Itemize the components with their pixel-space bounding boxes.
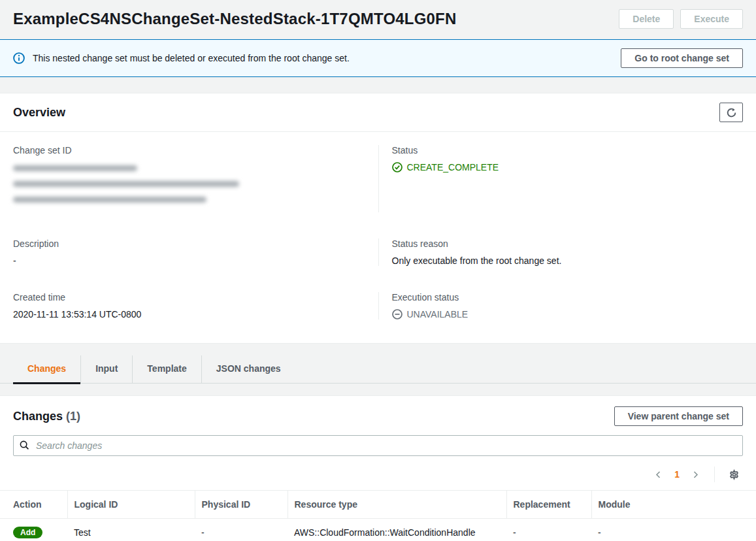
chevron-left-icon (654, 470, 663, 479)
field-status-reason: Status reason Only executable from the r… (378, 238, 744, 266)
page-title: ExampleCS4NSChangeSet-NestedStack-1T7QMT… (13, 10, 456, 28)
tab-json-changes[interactable]: JSON changes (201, 355, 295, 383)
search-changes-input[interactable] (13, 435, 743, 456)
description-value: - (13, 255, 378, 266)
table-header-row: Action Logical ID Physical ID Resource t… (0, 491, 756, 519)
page-header: ExampleCS4NSChangeSet-NestedStack-1T7QMT… (0, 0, 756, 39)
cell-replacement: - (506, 519, 591, 541)
description-label: Description (13, 238, 378, 249)
created-time-label: Created time (13, 292, 378, 303)
change-set-id-label: Change set ID (13, 145, 378, 156)
next-page-button[interactable] (687, 468, 704, 482)
check-circle-icon (392, 162, 403, 172)
current-page[interactable]: 1 (669, 469, 685, 480)
pagination-divider (714, 467, 715, 482)
changes-count: (1) (66, 410, 80, 423)
field-change-set-id: Change set ID (13, 145, 378, 212)
pagination: 1 (0, 463, 756, 490)
execution-status-label: Execution status (392, 292, 744, 303)
refresh-icon (726, 107, 737, 118)
gear-icon (728, 468, 740, 481)
go-to-root-change-set-button[interactable]: Go to root change set (621, 48, 743, 68)
tab-bar: Changes Input Template JSON changes (0, 355, 756, 384)
chevron-right-icon (691, 470, 700, 479)
status-reason-value: Only executable from the root change set… (392, 255, 744, 266)
search-icon (20, 440, 29, 452)
minus-circle-icon (392, 309, 403, 320)
table-settings-button[interactable] (725, 467, 743, 482)
cell-physical-id: - (195, 519, 288, 541)
tab-input[interactable]: Input (80, 355, 132, 383)
changes-table: Action Logical ID Physical ID Resource t… (0, 490, 756, 541)
status-value: CREATE_COMPLETE (407, 162, 499, 172)
tab-template[interactable]: Template (132, 355, 201, 383)
column-header-action: Action (0, 491, 67, 519)
execute-button[interactable]: Execute (680, 9, 743, 29)
field-status: Status CREATE_COMPLETE (378, 145, 744, 212)
cell-resource-type: AWS::CloudFormation::WaitConditionHandle (288, 519, 506, 541)
field-description: Description - (13, 238, 378, 266)
field-execution-status: Execution status UNAVAILABLE (378, 292, 744, 320)
overview-title: Overview (13, 106, 65, 120)
header-actions: Delete Execute (619, 9, 743, 29)
column-header-module: Module (591, 491, 756, 519)
status-reason-label: Status reason (392, 238, 744, 249)
column-header-replacement: Replacement (506, 491, 591, 519)
changes-panel: Changes (1) View parent change set 1 (0, 395, 756, 541)
previous-page-button[interactable] (650, 468, 666, 482)
overview-panel: Overview Change set ID Status (0, 93, 756, 344)
execution-status-value: UNAVAILABLE (407, 309, 468, 320)
action-add-badge: Add (13, 527, 42, 538)
status-label: Status (392, 145, 744, 156)
info-banner: This nested change set must be deleted o… (0, 39, 756, 77)
change-set-id-value-redacted (13, 165, 378, 203)
created-time-value: 2020-11-11 13:53:14 UTC-0800 (13, 309, 378, 320)
changes-title: Changes (1) (13, 410, 80, 423)
column-header-physical-id: Physical ID (195, 491, 288, 519)
table-row: Add Test - AWS::CloudFormation::WaitCond… (0, 519, 756, 541)
refresh-button[interactable] (719, 103, 743, 122)
column-header-resource-type: Resource type (288, 491, 506, 519)
cell-module: - (591, 519, 756, 541)
cell-logical-id: Test (67, 519, 195, 541)
banner-message: This nested change set must be deleted o… (33, 53, 350, 63)
view-parent-change-set-button[interactable]: View parent change set (614, 406, 743, 426)
info-icon (13, 52, 25, 64)
search-box (13, 435, 743, 456)
delete-button[interactable]: Delete (619, 9, 674, 29)
column-header-logical-id: Logical ID (67, 491, 195, 519)
field-created-time: Created time 2020-11-11 13:53:14 UTC-080… (13, 292, 378, 320)
tab-changes[interactable]: Changes (13, 355, 80, 383)
